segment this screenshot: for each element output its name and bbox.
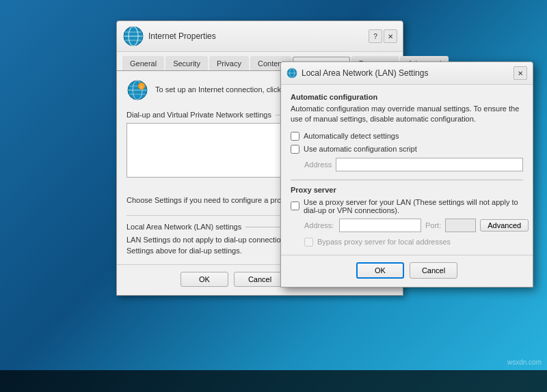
auto-detect-checkbox[interactable] bbox=[291, 132, 299, 141]
lan-dialog-titlebar: Local Area Network (LAN) Settings ✕ bbox=[281, 62, 533, 85]
proxy-address-input[interactable] bbox=[339, 219, 421, 232]
proxy-advanced-button[interactable]: Advanced bbox=[480, 219, 529, 232]
bypass-proxy-label: Bypass proxy server for local addresses bbox=[317, 238, 451, 246]
proxy-port-label: Port: bbox=[425, 221, 441, 229]
script-address-input[interactable] bbox=[336, 158, 523, 171]
cancel-button[interactable]: Cancel bbox=[234, 272, 286, 287]
lan-ok-button[interactable]: OK bbox=[356, 262, 404, 279]
internet-properties-icon bbox=[122, 25, 144, 47]
lan-titlebar-left: Local Area Network (LAN) Settings bbox=[286, 68, 428, 79]
proxy-section-title: Proxy server bbox=[291, 186, 523, 194]
lan-settings-dialog: Local Area Network (LAN) Settings ✕ Auto… bbox=[280, 61, 533, 288]
lan-titlebar-buttons: ✕ bbox=[513, 66, 527, 80]
lan-dialog-icon bbox=[286, 68, 297, 79]
internet-properties-titlebar: Internet Properties ? ✕ bbox=[117, 21, 403, 52]
svg-text:!: ! bbox=[141, 85, 142, 89]
proxy-address-label: Address: bbox=[304, 221, 335, 229]
proxy-check-label: Use a proxy server for your LAN (These s… bbox=[304, 198, 523, 214]
close-button[interactable]: ✕ bbox=[384, 29, 397, 43]
lan-dialog-content: Automatic configuration Automatic config… bbox=[281, 85, 533, 255]
lan-close-button[interactable]: ✕ bbox=[513, 66, 527, 80]
tab-general[interactable]: General bbox=[122, 56, 164, 70]
proxy-server-checkbox[interactable] bbox=[291, 201, 299, 210]
auto-config-desc: Automatic configuration may override man… bbox=[291, 104, 523, 125]
script-address-row: Address bbox=[304, 158, 523, 171]
tab-privacy[interactable]: Privacy bbox=[209, 56, 249, 70]
proxy-port-input[interactable]: 80 bbox=[445, 219, 476, 232]
tab-security[interactable]: Security bbox=[165, 56, 208, 70]
globe-icon: ! bbox=[126, 79, 148, 101]
auto-detect-label: Automatically detect settings bbox=[304, 132, 399, 140]
watermark: wsxdn.com bbox=[507, 359, 542, 366]
lan-dialog-title: Local Area Network (LAN) Settings bbox=[302, 68, 428, 78]
help-button[interactable]: ? bbox=[369, 29, 382, 43]
desktop: Internet Properties ? ✕ General Security… bbox=[0, 0, 547, 392]
auto-script-label: Use automatic configuration script bbox=[304, 145, 417, 153]
proxy-addr-row: Address: Port: 80 Advanced bbox=[304, 219, 523, 232]
taskbar bbox=[0, 370, 547, 392]
bypass-proxy-checkbox[interactable] bbox=[304, 238, 313, 247]
auto-script-checkbox[interactable] bbox=[291, 145, 299, 154]
auto-script-row: Use automatic configuration script bbox=[291, 145, 523, 154]
proxy-checkbox-row: Use a proxy server for your LAN (These s… bbox=[291, 198, 523, 214]
script-address-label: Address bbox=[304, 160, 332, 169]
bypass-proxy-row: Bypass proxy server for local addresses bbox=[304, 238, 523, 247]
auto-config-title: Automatic configuration bbox=[291, 93, 523, 101]
ok-button[interactable]: OK bbox=[181, 272, 228, 287]
internet-properties-title: Internet Properties bbox=[148, 31, 216, 41]
lan-cancel-button[interactable]: Cancel bbox=[410, 262, 457, 279]
auto-detect-row: Automatically detect settings bbox=[291, 132, 523, 141]
titlebar-left: Internet Properties bbox=[122, 25, 216, 47]
divider bbox=[291, 180, 523, 180]
titlebar-buttons: ? ✕ bbox=[369, 29, 397, 43]
lan-dialog-footer: OK Cancel bbox=[281, 255, 533, 287]
